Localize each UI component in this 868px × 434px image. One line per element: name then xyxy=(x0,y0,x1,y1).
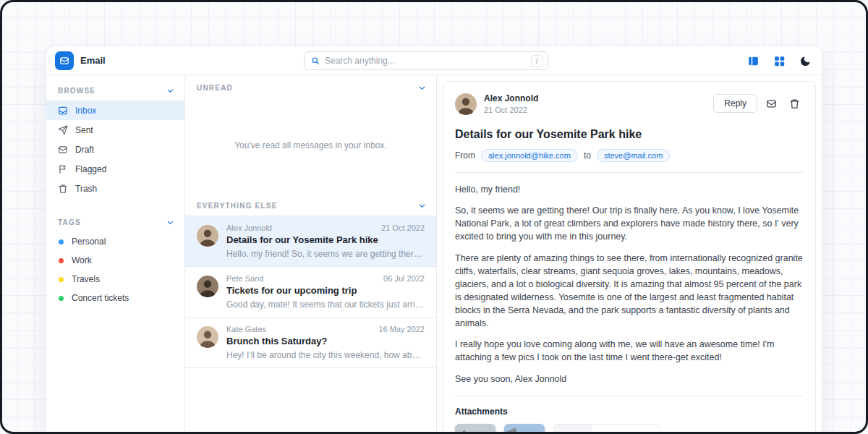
email-list-item-2[interactable]: Pete Sand 06 Jul 2022 Tickets for our up… xyxy=(185,266,436,317)
from-email-chip[interactable]: alex.jonnold@hike.com xyxy=(481,149,578,162)
body-paragraph: There are plenty of amazing things to se… xyxy=(455,252,804,331)
search-shortcut-badge: / xyxy=(531,55,543,67)
grid-icon xyxy=(773,55,786,67)
attachment-file-name: videos-hike.zip xyxy=(599,431,652,434)
email-date: 06 Jul 2022 xyxy=(383,274,425,283)
tag-item-personal[interactable]: Personal xyxy=(46,232,184,251)
search-box[interactable]: / xyxy=(304,51,548,70)
everything-else-section-header[interactable]: EVERYTHING ELSE xyxy=(185,193,436,216)
search-input[interactable] xyxy=(325,56,526,66)
trash-icon xyxy=(789,98,800,109)
email-preview: Hey! I'll be around the city this weeken… xyxy=(226,350,425,360)
body-paragraph: See you soon, Alex Jonnold xyxy=(455,373,804,386)
sidebar-item-sent[interactable]: Sent xyxy=(46,120,184,140)
divider xyxy=(455,396,804,396)
detail-header: Alex Jonnold 21 Oct 2022 Reply xyxy=(455,92,804,115)
to-label: to xyxy=(584,150,591,161)
avatar xyxy=(455,93,477,115)
email-subject: Brunch this Saturday? xyxy=(226,336,425,346)
tag-dot xyxy=(59,296,64,301)
body-paragraph: I really hope you love coming along with… xyxy=(455,338,804,364)
tag-item-work[interactable]: Work xyxy=(46,251,184,270)
detail-sender-name: Alex Jonnold xyxy=(484,93,538,103)
detail-actions: Reply xyxy=(713,94,804,113)
mark-unread-button[interactable] xyxy=(762,94,780,113)
browse-section-header[interactable]: BROWSE xyxy=(46,78,184,101)
unread-label: UNREAD xyxy=(197,84,233,92)
sidebar-item-inbox[interactable]: Inbox xyxy=(46,101,184,120)
tag-label: Concert tickets xyxy=(72,293,129,303)
attachment-photo-1[interactable] xyxy=(455,424,495,434)
chevron-down-icon xyxy=(166,87,174,95)
to-email-chip[interactable]: steve@mail.com xyxy=(597,149,670,162)
email-body: Hello, my friend! So, it seems we are ge… xyxy=(455,183,804,386)
tag-label: Personal xyxy=(72,237,106,247)
tag-dot xyxy=(59,239,64,244)
email-preview: Good day, mate! It seems that our ticket… xyxy=(226,299,425,310)
tag-dot xyxy=(59,258,64,263)
sidebar: BROWSE Inbox Sent xyxy=(46,75,185,433)
search-icon xyxy=(311,56,320,65)
chevron-down-icon xyxy=(166,218,174,226)
app-title: Email xyxy=(80,55,106,66)
desktop-background: Email / xyxy=(0,0,868,434)
tag-label: Travels xyxy=(72,274,100,284)
email-app-window: Email / xyxy=(46,46,822,434)
dark-mode-toggle[interactable] xyxy=(796,51,814,70)
reply-button[interactable]: Reply xyxy=(713,94,757,113)
chevron-down-icon xyxy=(418,202,426,210)
avatar xyxy=(197,276,218,297)
sidebar-item-trash[interactable]: Trash xyxy=(46,179,184,198)
unread-empty-message: You've read all messages in your inbox. xyxy=(185,98,436,193)
tag-item-travels[interactable]: Travels xyxy=(46,270,184,289)
email-date: 16 May 2022 xyxy=(378,325,425,333)
app-header: Email / xyxy=(46,46,822,75)
delete-button[interactable] xyxy=(785,94,804,113)
from-label: From xyxy=(455,150,475,161)
layout-toggle-button[interactable] xyxy=(744,51,762,70)
sidebar-item-label: Trash xyxy=(75,184,97,194)
browse-label: BROWSE xyxy=(58,87,95,95)
attachments-row: videos-hike.zip 100 MB xyxy=(455,424,804,434)
sidebar-item-draft[interactable]: Draft xyxy=(46,140,184,159)
attachment-file-card[interactable]: videos-hike.zip 100 MB xyxy=(553,424,660,434)
tags-section-header[interactable]: TAGS xyxy=(46,210,184,232)
send-icon xyxy=(58,125,68,135)
envelope-icon xyxy=(766,98,777,109)
email-logo-icon xyxy=(55,51,74,70)
detail-subject: Details for our Yosemite Park hike xyxy=(455,128,804,141)
email-preview: Hello, my friend! So, it seems we are ge… xyxy=(226,249,425,259)
tag-dot xyxy=(59,277,64,282)
attachment-photo-2[interactable] xyxy=(504,424,545,434)
body-paragraph: So, it seems we are getting there! Our t… xyxy=(455,204,804,243)
email-sender: Alex Jonnold xyxy=(226,224,272,232)
email-date: 21 Oct 2022 xyxy=(381,224,425,232)
apps-grid-button[interactable] xyxy=(770,51,788,70)
email-list-item-3[interactable]: Kate Gates 16 May 2022 Brunch this Satur… xyxy=(185,317,436,368)
inbox-icon xyxy=(58,106,68,116)
email-subject: Details for our Yosemite Park hike xyxy=(226,234,425,245)
email-sender: Kate Gates xyxy=(226,325,266,333)
sidebar-item-label: Flagged xyxy=(75,164,106,174)
email-detail-panel: Alex Jonnold 21 Oct 2022 Reply xyxy=(443,81,816,434)
panel-layout-icon xyxy=(747,55,760,67)
sidebar-item-label: Sent xyxy=(75,125,93,135)
app-content: BROWSE Inbox Sent xyxy=(46,75,822,433)
body-paragraph: Hello, my friend! xyxy=(455,183,804,196)
sidebar-item-label: Inbox xyxy=(75,106,96,116)
app-brand: Email xyxy=(55,51,106,70)
flag-icon xyxy=(58,164,68,174)
everything-else-label: EVERYTHING ELSE xyxy=(197,202,278,210)
tag-item-concert-tickets[interactable]: Concert tickets xyxy=(46,289,184,307)
detail-from-row: From alex.jonnold@hike.com to steve@mail… xyxy=(455,149,804,162)
avatar xyxy=(197,326,218,348)
sidebar-item-flagged[interactable]: Flagged xyxy=(46,159,184,179)
tags-label: TAGS xyxy=(58,218,81,226)
draft-icon xyxy=(58,145,68,155)
chevron-down-icon xyxy=(418,84,426,92)
message-list-column: UNREAD You've read all messages in your … xyxy=(185,75,437,433)
tag-label: Work xyxy=(72,255,92,265)
email-list-item-1[interactable]: Alex Jonnold 21 Oct 2022 Details for our… xyxy=(185,216,436,266)
moon-icon xyxy=(799,55,812,67)
unread-section-header[interactable]: UNREAD xyxy=(185,75,436,98)
